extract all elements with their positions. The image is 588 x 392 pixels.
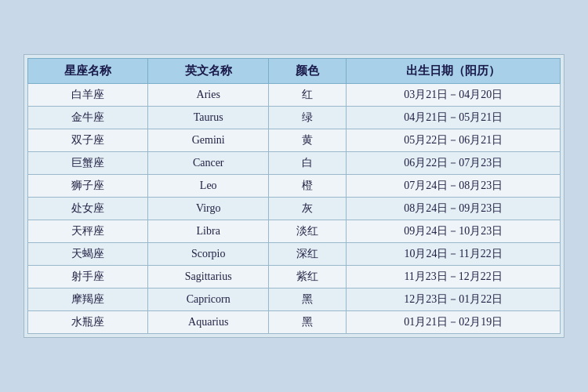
cell-dates: 10月24日－11月22日 xyxy=(347,243,561,266)
table-row: 巨蟹座Cancer白06月22日－07月23日 xyxy=(28,152,561,175)
cell-dates: 01月21日－02月19日 xyxy=(347,311,561,334)
cell-chinese-name: 天蝎座 xyxy=(28,243,148,266)
zodiac-table-container: 星座名称 英文名称 颜色 出生日期（阳历） 白羊座Aries红03月21日－04… xyxy=(24,54,564,338)
cell-english-name: Sagittarius xyxy=(148,266,268,289)
cell-english-name: Aries xyxy=(148,84,268,107)
cell-color: 白 xyxy=(268,152,346,175)
cell-dates: 04月21日－05月21日 xyxy=(347,107,561,129)
cell-color: 淡红 xyxy=(268,220,346,243)
cell-english-name: Virgo xyxy=(148,198,268,220)
cell-dates: 06月22日－07月23日 xyxy=(347,152,561,175)
cell-english-name: Libra xyxy=(148,220,268,243)
cell-english-name: Gemini xyxy=(148,129,268,152)
cell-chinese-name: 水瓶座 xyxy=(28,311,148,334)
cell-dates: 03月21日－04月20日 xyxy=(347,84,561,107)
cell-english-name: Cancer xyxy=(148,152,268,175)
cell-color: 橙 xyxy=(268,175,346,198)
cell-color: 紫红 xyxy=(268,266,346,289)
table-row: 水瓶座Aquarius黑01月21日－02月19日 xyxy=(28,311,561,334)
cell-color: 红 xyxy=(268,84,346,107)
cell-chinese-name: 白羊座 xyxy=(28,84,148,107)
table-row: 金牛座Taurus绿04月21日－05月21日 xyxy=(28,107,561,129)
cell-dates: 12月23日－01月22日 xyxy=(347,289,561,311)
cell-color: 黑 xyxy=(268,311,346,334)
cell-chinese-name: 双子座 xyxy=(28,129,148,152)
table-row: 处女座Virgo灰08月24日－09月23日 xyxy=(28,198,561,220)
header-english-name: 英文名称 xyxy=(148,59,268,84)
cell-english-name: Scorpio xyxy=(148,243,268,266)
cell-dates: 07月24日－08月23日 xyxy=(347,175,561,198)
cell-chinese-name: 处女座 xyxy=(28,198,148,220)
cell-dates: 05月22日－06月21日 xyxy=(347,129,561,152)
cell-color: 灰 xyxy=(268,198,346,220)
table-body: 白羊座Aries红03月21日－04月20日金牛座Taurus绿04月21日－0… xyxy=(28,84,561,334)
table-row: 白羊座Aries红03月21日－04月20日 xyxy=(28,84,561,107)
cell-dates: 08月24日－09月23日 xyxy=(347,198,561,220)
cell-english-name: Leo xyxy=(148,175,268,198)
cell-color: 黑 xyxy=(268,289,346,311)
zodiac-table: 星座名称 英文名称 颜色 出生日期（阳历） 白羊座Aries红03月21日－04… xyxy=(27,58,561,334)
table-row: 天蝎座Scorpio深红10月24日－11月22日 xyxy=(28,243,561,266)
cell-chinese-name: 巨蟹座 xyxy=(28,152,148,175)
cell-chinese-name: 金牛座 xyxy=(28,107,148,129)
cell-dates: 11月23日－12月22日 xyxy=(347,266,561,289)
table-row: 狮子座Leo橙07月24日－08月23日 xyxy=(28,175,561,198)
cell-chinese-name: 射手座 xyxy=(28,266,148,289)
table-header-row: 星座名称 英文名称 颜色 出生日期（阳历） xyxy=(28,59,561,84)
table-row: 双子座Gemini黄05月22日－06月21日 xyxy=(28,129,561,152)
table-row: 摩羯座Capricorn黑12月23日－01月22日 xyxy=(28,289,561,311)
header-dates: 出生日期（阳历） xyxy=(347,59,561,84)
header-chinese-name: 星座名称 xyxy=(28,59,148,84)
table-row: 天秤座Libra淡红09月24日－10月23日 xyxy=(28,220,561,243)
cell-color: 绿 xyxy=(268,107,346,129)
cell-english-name: Taurus xyxy=(148,107,268,129)
table-row: 射手座Sagittarius紫红11月23日－12月22日 xyxy=(28,266,561,289)
cell-chinese-name: 天秤座 xyxy=(28,220,148,243)
cell-chinese-name: 狮子座 xyxy=(28,175,148,198)
cell-english-name: Aquarius xyxy=(148,311,268,334)
cell-english-name: Capricorn xyxy=(148,289,268,311)
cell-color: 黄 xyxy=(268,129,346,152)
cell-dates: 09月24日－10月23日 xyxy=(347,220,561,243)
cell-color: 深红 xyxy=(268,243,346,266)
cell-chinese-name: 摩羯座 xyxy=(28,289,148,311)
header-color: 颜色 xyxy=(268,59,346,84)
